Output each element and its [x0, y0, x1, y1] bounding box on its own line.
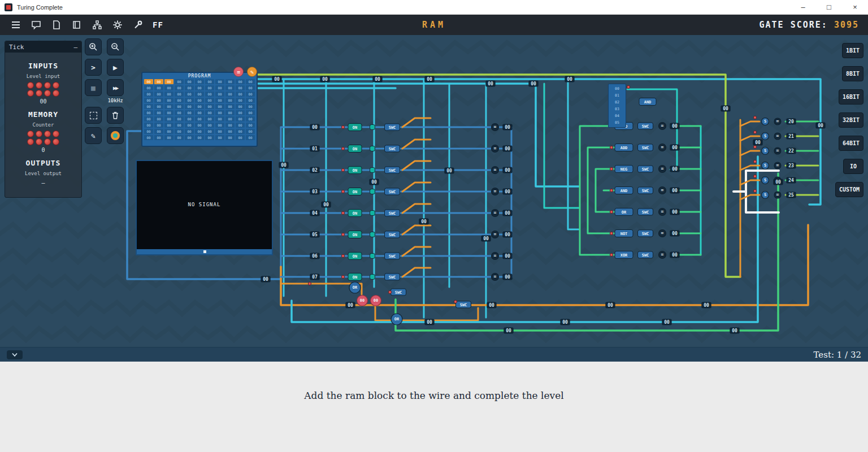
bit-button-io[interactable]: IO: [843, 159, 863, 174]
svg-text:00: 00: [672, 145, 678, 150]
led-indicator: [44, 82, 51, 89]
delete-tool-button[interactable]: [107, 107, 124, 124]
svg-text:OR: OR: [622, 210, 627, 215]
program-block[interactable]: PROGRAM 00000000000000000000000000000000…: [141, 72, 258, 147]
svg-text:SWC: SWC: [642, 232, 649, 236]
svg-text:SWC: SWC: [642, 124, 649, 129]
svg-text:00: 00: [531, 81, 536, 86]
svg-text:OR: OR: [394, 317, 400, 321]
bit-button-custom[interactable]: CUSTOM: [835, 182, 863, 197]
instruction-area: Add the ram block to the wire and comple…: [0, 362, 868, 452]
stop-button[interactable]: ■: [85, 79, 102, 96]
svg-text:05: 05: [312, 232, 318, 237]
level-output-value: –: [5, 180, 81, 186]
close-button[interactable]: ×: [842, 0, 868, 14]
svg-text:ADD: ADD: [620, 146, 628, 150]
status-bar: Test: 1 / 32: [0, 347, 868, 362]
svg-text:ON: ON: [353, 125, 357, 130]
svg-text:S: S: [764, 134, 766, 138]
svg-text:00: 00: [672, 210, 678, 215]
svg-text:02: 02: [312, 168, 318, 173]
collapse-panel-button[interactable]: [7, 350, 23, 359]
led-indicator: [44, 90, 51, 97]
svg-text:ON: ON: [353, 254, 357, 259]
svg-text:00: 00: [274, 77, 280, 82]
wire-edit-button[interactable]: ✎: [85, 127, 102, 144]
svg-text:ON: ON: [353, 147, 357, 151]
svg-text:=: =: [776, 192, 779, 197]
svg-text:ON: ON: [353, 168, 357, 173]
bit-button-32bit[interactable]: 32BIT: [839, 112, 863, 128]
register-block[interactable]: 000102030405: [608, 84, 626, 128]
led-indicator: [53, 131, 59, 137]
svg-text:ON: ON: [353, 275, 357, 280]
program-edit-icon[interactable]: ✎: [247, 67, 257, 77]
ff-button[interactable]: FF: [153, 20, 163, 29]
svg-text:00: 00: [427, 320, 432, 325]
led-indicator: [27, 82, 34, 89]
svg-text:00: 00: [562, 320, 568, 325]
step-button[interactable]: >: [85, 59, 102, 76]
svg-text:00: 00: [607, 303, 613, 308]
select-tool-button[interactable]: [85, 107, 102, 124]
svg-text:=: =: [776, 119, 779, 124]
tick-panel-title: Tick: [9, 44, 24, 51]
svg-text:00: 00: [664, 320, 670, 325]
bit-button-1bit[interactable]: 1BIT: [842, 43, 863, 58]
fast-forward-button[interactable]: ▶▶: [107, 79, 124, 96]
svg-text:=: =: [776, 133, 779, 138]
menu-icon[interactable]: [10, 19, 21, 31]
svg-text:00: 00: [312, 125, 318, 130]
tick-panel-minimize-button[interactable]: –: [73, 44, 77, 51]
tick-panel-header[interactable]: Tick –: [5, 41, 81, 53]
svg-text:00: 00: [505, 254, 510, 259]
circuit-canvas[interactable]: 00ONSWC=0001ONSWC=0002ONSWC=0003ONSWC=00…: [0, 35, 868, 347]
circuit-area: 00ONSWC=0001ONSWC=0002ONSWC=0003ONSWC=00…: [0, 35, 868, 347]
svg-text:00: 00: [263, 277, 268, 282]
svg-text:=: =: [494, 253, 497, 258]
svg-text:07: 07: [312, 275, 318, 280]
window-title: Turing Complete: [17, 4, 63, 11]
svg-text:00: 00: [505, 146, 510, 151]
svg-text:SWC: SWC: [389, 190, 396, 194]
wrench-icon[interactable]: [132, 19, 144, 31]
zoom-out-button[interactable]: [107, 38, 124, 55]
settings-gear-icon[interactable]: [112, 19, 123, 31]
maximize-button[interactable]: □: [816, 0, 842, 14]
svg-text:00: 00: [506, 328, 511, 333]
svg-text:=: =: [494, 232, 497, 237]
program-list-icon[interactable]: ≡: [233, 67, 244, 77]
play-button[interactable]: ▶: [107, 59, 124, 76]
led-indicator: [27, 131, 34, 137]
led-indicator: [44, 131, 51, 137]
book-icon[interactable]: [71, 19, 83, 31]
svg-text:00: 00: [704, 303, 709, 308]
svg-text:00: 00: [489, 303, 494, 308]
window-titlebar: Turing Complete – □ ×: [0, 0, 868, 15]
screen-component[interactable]: NO SIGNAL: [136, 160, 273, 255]
svg-text:SWC: SWC: [389, 211, 396, 216]
level-input-value: 00: [5, 98, 81, 105]
svg-text:04: 04: [312, 211, 318, 216]
svg-text:SWC: SWC: [642, 253, 649, 258]
color-tool-button[interactable]: [107, 127, 124, 144]
zoom-in-button[interactable]: [85, 38, 102, 55]
svg-text:SWC: SWC: [389, 168, 396, 173]
bit-button-64bit[interactable]: 64BIT: [839, 136, 863, 151]
svg-text:SWC: SWC: [642, 189, 649, 193]
program-grid: 0000000000000000000000000000000000000000…: [144, 79, 255, 140]
svg-text:00: 00: [732, 328, 737, 333]
svg-text:00: 00: [775, 180, 781, 185]
bit-button-8bit[interactable]: 8BIT: [842, 66, 863, 81]
bit-button-16bit[interactable]: 16BIT: [839, 89, 863, 105]
led-indicator: [44, 138, 51, 145]
minimize-button[interactable]: –: [790, 0, 816, 14]
svg-text:=: =: [661, 188, 664, 193]
counter-leds: [5, 131, 81, 145]
led-indicator: [36, 82, 42, 89]
led-indicator: [53, 138, 59, 145]
file-icon[interactable]: [51, 19, 62, 31]
gate-score-label: GATE SCORE:: [760, 20, 828, 30]
chat-icon[interactable]: [31, 19, 42, 31]
schematic-icon[interactable]: [92, 19, 103, 31]
